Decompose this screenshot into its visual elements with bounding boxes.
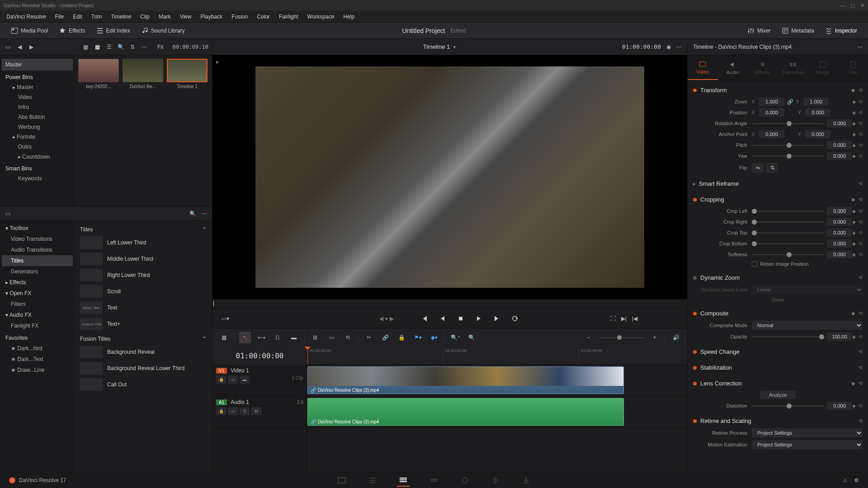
reset-icon[interactable]: ⟲ (859, 131, 863, 137)
clip-thumb[interactable]: boy-24202... (78, 59, 119, 89)
fullscreen-icon[interactable]: ⛶ (610, 315, 616, 322)
keyframe-icon[interactable]: ◆ (852, 121, 856, 127)
bin-item[interactable]: Keywords (2, 174, 73, 183)
keyframe-icon[interactable]: ◆ (851, 87, 855, 93)
marker-icon[interactable]: ◆▾ (428, 332, 440, 343)
analyze-button[interactable]: Analyze (760, 391, 796, 399)
pos-y-input[interactable] (805, 108, 830, 117)
menu-fusion[interactable]: Fusion (227, 12, 252, 22)
link-icon[interactable]: 🔗 (787, 99, 793, 105)
menu-edit[interactable]: Edit (68, 12, 87, 22)
inspector-toggle[interactable]: Inspector (820, 27, 863, 34)
prev-frame-button[interactable] (437, 313, 448, 324)
title-preset[interactable]: Custom TitleText+ (78, 316, 208, 332)
bin-item[interactable]: Werbung (2, 122, 73, 132)
razor-icon[interactable]: ✂ (363, 332, 375, 343)
tab-effects[interactable]: Effects (748, 55, 778, 80)
chevron-down-icon[interactable]: ▾ (453, 45, 456, 49)
composite-mode-select[interactable]: Normal (752, 321, 863, 330)
pos-x-input[interactable] (759, 108, 784, 117)
menu-fairlight[interactable]: Fairlight (274, 12, 303, 22)
edit-index-toggle[interactable]: Edit Index (91, 27, 136, 34)
crop-bottom-input[interactable] (827, 239, 852, 248)
distortion-input[interactable] (827, 402, 852, 410)
anchor-y-input[interactable] (805, 130, 830, 138)
solo-icon[interactable]: S (240, 407, 250, 415)
media-page[interactable] (335, 474, 348, 487)
reset-icon[interactable]: ⟲ (859, 87, 863, 93)
video-track[interactable]: 🔗DaVinci Resolve Clips (3).mp4 (307, 365, 687, 396)
bin-item[interactable]: Intro (2, 102, 73, 112)
opacity-input[interactable] (827, 333, 852, 341)
title-preset[interactable]: Middle Lower Third (78, 251, 208, 267)
audio-track[interactable]: 🔗DaVinci Resolve Clips (3).mp4 (307, 396, 687, 428)
maximize-icon[interactable]: ▢ (850, 3, 855, 9)
search-icon[interactable]: 🔍 (117, 43, 125, 51)
keyframe-icon[interactable]: ◆ (852, 153, 856, 159)
reset-icon[interactable]: ⟲ (859, 275, 863, 281)
play-button[interactable] (473, 313, 484, 324)
yaw-slider[interactable] (752, 155, 824, 157)
auto-select-icon[interactable]: ▭ (228, 407, 238, 415)
pitch-input[interactable] (827, 141, 852, 149)
title-preset[interactable]: Right Lower Third (78, 267, 208, 283)
flag-icon[interactable]: ⚑▾ (412, 332, 424, 343)
motion-est-select[interactable]: Project Settings (752, 440, 863, 449)
lock-icon[interactable]: 🔒 (216, 407, 226, 415)
menu-file[interactable]: File (51, 12, 68, 22)
tab-video[interactable]: Video (688, 55, 718, 80)
fx-tree-item[interactable]: Video Transitions (2, 234, 73, 244)
anchor-x-input[interactable] (759, 130, 784, 138)
crop-right-slider[interactable] (752, 221, 824, 223)
overwrite-icon[interactable]: ▭ (326, 332, 337, 343)
keyframe-icon[interactable]: ◆ (852, 99, 856, 105)
zoom-in-icon[interactable]: + (649, 332, 660, 343)
zoom-fit-icon[interactable]: 🔍 (466, 332, 477, 343)
crop-top-slider[interactable] (752, 232, 824, 234)
fairlight-page[interactable] (489, 474, 502, 487)
reset-icon[interactable]: ⟲ (859, 153, 863, 159)
smart-bins-head[interactable]: Smart Bins (2, 162, 73, 174)
clip-thumb[interactable]: Timeline 1 (167, 59, 208, 89)
expand-icon[interactable]: ▸ (216, 59, 219, 65)
options-icon[interactable]: ⋯ (857, 44, 863, 50)
keyframe-icon[interactable]: ◆ (851, 197, 855, 202)
dynamic-trim-tool[interactable]: ⟨⟩ (272, 332, 283, 343)
reset-icon[interactable]: ⟲ (859, 181, 863, 187)
audio-clip[interactable]: 🔗DaVinci Resolve Clips (3).mp4 (307, 398, 624, 426)
reset-icon[interactable]: ⟲ (859, 142, 863, 148)
tab-file[interactable]: File (838, 55, 868, 80)
title-preset[interactable]: Scroll (78, 283, 208, 300)
crop-right-input[interactable] (827, 218, 852, 226)
timeline-name[interactable]: Timeline 1 (423, 43, 450, 50)
transform-section[interactable]: Transform◆⟲ (693, 84, 863, 96)
menu-workspace[interactable]: Workspace (303, 12, 339, 22)
flip-v-button[interactable]: ⇅ (766, 163, 778, 173)
next-frame-button[interactable] (491, 313, 502, 324)
fav-item[interactable]: ★ Dark...Text (2, 354, 73, 365)
replace-icon[interactable]: ⟲ (342, 332, 354, 343)
menu-color[interactable]: Color (252, 12, 274, 22)
reset-icon[interactable]: ⟲ (859, 121, 863, 127)
bin-item[interactable]: Abo Button (2, 112, 73, 122)
options-icon[interactable]: ⋯ (140, 43, 148, 51)
trim-tool[interactable]: ⟷ (255, 332, 267, 343)
title-preset[interactable]: Call Out (78, 376, 208, 393)
master-bin[interactable]: Master (2, 59, 73, 70)
auto-select-icon[interactable]: ▭ (228, 375, 238, 384)
collapse-icon[interactable]: ⌃ (202, 226, 207, 233)
keyframe-icon[interactable]: ◆ (852, 131, 856, 137)
reset-icon[interactable]: ⟲ (859, 99, 863, 105)
media-pool-toggle[interactable]: Media Pool (5, 27, 53, 34)
minimize-icon[interactable]: — (840, 3, 845, 9)
distortion-slider[interactable] (752, 405, 824, 407)
fx-tree-item[interactable]: Filters (2, 299, 73, 310)
disable-icon[interactable]: ▬ (240, 375, 250, 384)
crop-left-slider[interactable] (752, 211, 824, 212)
timeline-view-icon[interactable]: ▦ (218, 332, 230, 343)
composite-section[interactable]: Composite◆⟲ (693, 307, 863, 319)
fx-tree-item[interactable]: Generators (2, 266, 73, 277)
audio-icon[interactable]: 🔊 (670, 332, 682, 343)
dynamic-zoom-section[interactable]: Dynamic Zoom⟲ (693, 272, 863, 284)
tab-image[interactable]: Image (808, 55, 838, 80)
